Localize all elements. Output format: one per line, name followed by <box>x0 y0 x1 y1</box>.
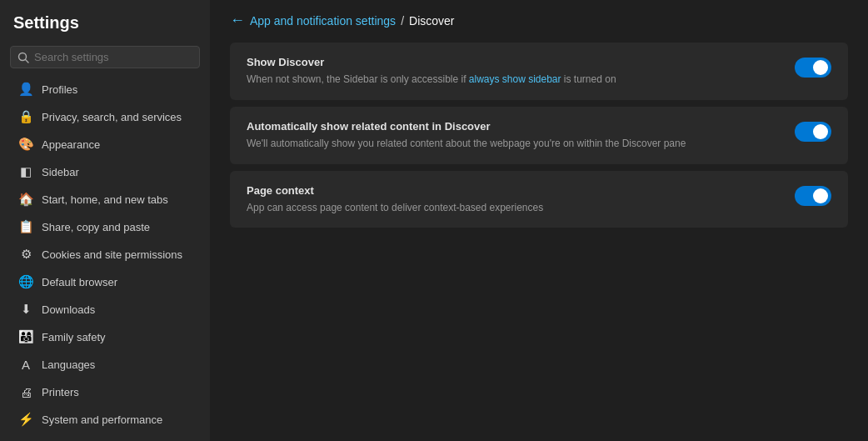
privacy-icon: 🔒 <box>18 109 33 124</box>
sidebar-item-label-default-browser: Default browser <box>42 276 117 288</box>
toggle-slider-page-context <box>795 186 831 206</box>
setting-card-auto-related-content: Automatically show related content in Di… <box>230 107 848 164</box>
settings-cards-container: Show DiscoverWhen not shown, the Sidebar… <box>230 43 848 228</box>
sidebar-item-share-copy[interactable]: 📋Share, copy and paste <box>5 213 205 240</box>
setting-desc-link-show-discover[interactable]: always show sidebar <box>469 73 561 85</box>
sidebar-item-label-share-copy: Share, copy and paste <box>42 221 150 233</box>
sidebar: Settings 👤Profiles🔒Privacy, search, and … <box>0 0 210 441</box>
back-arrow-button[interactable]: ← <box>230 12 245 29</box>
sidebar-item-family-safety[interactable]: 👨‍👩‍👧Family safety <box>5 323 205 350</box>
setting-desc-page-context: App can access page content to deliver c… <box>247 201 775 215</box>
languages-icon: A <box>18 357 33 372</box>
main-content: ← App and notification settings / Discov… <box>210 0 868 441</box>
sidebar-item-label-appearance: Appearance <box>42 138 100 151</box>
sidebar-item-label-start-home: Start, home, and new tabs <box>42 193 168 206</box>
breadcrumb: ← App and notification settings / Discov… <box>230 0 848 43</box>
sidebar-item-printers[interactable]: 🖨Printers <box>5 378 205 405</box>
system-performance-icon: ⚡ <box>18 412 33 427</box>
toggle-page-context[interactable] <box>795 186 831 206</box>
breadcrumb-parent-link[interactable]: App and notification settings <box>250 14 396 28</box>
share-copy-icon: 📋 <box>18 219 33 234</box>
setting-content-page-context: Page contextApp can access page content … <box>247 184 795 215</box>
breadcrumb-separator: / <box>401 14 404 28</box>
nav-items-container: 👤Profiles🔒Privacy, search, and services🎨… <box>0 75 210 441</box>
sidebar-item-label-printers: Printers <box>42 386 79 398</box>
settings-title: Settings <box>0 7 210 43</box>
breadcrumb-current: Discover <box>409 14 454 28</box>
search-box[interactable] <box>10 46 200 68</box>
printers-icon: 🖨 <box>18 384 33 399</box>
svg-line-1 <box>26 59 29 63</box>
family-safety-icon: 👨‍👩‍👧 <box>18 329 33 344</box>
appearance-icon: 🎨 <box>18 137 33 152</box>
setting-desc-auto-related-content: We'll automatically show you related con… <box>247 137 775 151</box>
search-icon <box>17 52 29 63</box>
sidebar-icon: ◧ <box>18 164 33 179</box>
sidebar-item-system-performance[interactable]: ⚡System and performance <box>5 406 205 433</box>
sidebar-item-sidebar[interactable]: ◧Sidebar <box>5 158 205 185</box>
setting-title-show-discover: Show Discover <box>247 56 775 68</box>
setting-content-auto-related-content: Automatically show related content in Di… <box>247 120 795 151</box>
sidebar-item-privacy[interactable]: 🔒Privacy, search, and services <box>5 103 205 130</box>
setting-card-page-context: Page contextApp can access page content … <box>230 171 848 228</box>
sidebar-item-label-privacy: Privacy, search, and services <box>42 111 182 123</box>
setting-title-auto-related-content: Automatically show related content in Di… <box>247 120 775 133</box>
toggle-auto-related-content[interactable] <box>795 122 831 142</box>
sidebar-item-cookies[interactable]: ⚙Cookies and site permissions <box>5 241 205 268</box>
sidebar-item-label-languages: Languages <box>42 358 95 371</box>
sidebar-item-languages[interactable]: ALanguages <box>5 351 205 378</box>
sidebar-item-reset-settings[interactable]: ↺Reset settings <box>5 433 205 441</box>
sidebar-item-appearance[interactable]: 🎨Appearance <box>5 131 205 158</box>
sidebar-item-default-browser[interactable]: 🌐Default browser <box>5 268 205 295</box>
setting-desc-show-discover: When not shown, the Sidebar is only acce… <box>247 73 775 87</box>
sidebar-item-label-system-performance: System and performance <box>42 413 162 426</box>
cookies-icon: ⚙ <box>18 247 33 262</box>
toggle-slider-show-discover <box>795 58 831 78</box>
default-browser-icon: 🌐 <box>18 274 33 289</box>
sidebar-item-label-cookies: Cookies and site permissions <box>42 248 182 261</box>
toggle-show-discover[interactable] <box>795 58 831 78</box>
sidebar-item-profiles[interactable]: 👤Profiles <box>5 76 205 103</box>
sidebar-item-downloads[interactable]: ⬇Downloads <box>5 296 205 323</box>
toggle-slider-auto-related-content <box>795 122 831 142</box>
setting-card-show-discover: Show DiscoverWhen not shown, the Sidebar… <box>230 43 848 100</box>
start-home-icon: 🏠 <box>18 192 33 207</box>
downloads-icon: ⬇ <box>18 302 33 317</box>
sidebar-item-label-downloads: Downloads <box>42 303 95 316</box>
sidebar-item-start-home[interactable]: 🏠Start, home, and new tabs <box>5 186 205 213</box>
search-input[interactable] <box>34 51 192 63</box>
sidebar-item-label-sidebar: Sidebar <box>42 166 79 178</box>
setting-title-page-context: Page context <box>247 184 775 197</box>
setting-content-show-discover: Show DiscoverWhen not shown, the Sidebar… <box>247 56 795 87</box>
profiles-icon: 👤 <box>18 82 33 97</box>
sidebar-item-label-profiles: Profiles <box>42 83 77 96</box>
sidebar-item-label-family-safety: Family safety <box>42 331 106 343</box>
